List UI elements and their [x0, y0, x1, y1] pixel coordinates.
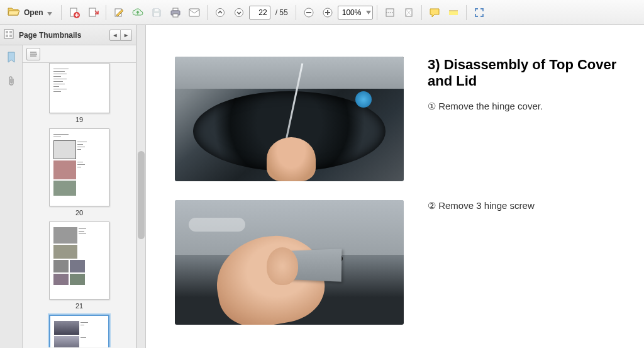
thumb-label: 21: [75, 302, 83, 310]
svg-rect-9: [189, 9, 199, 16]
section-heading: 3) Disassembly of Top Cover and Lid: [428, 57, 631, 89]
svg-rect-16: [449, 11, 458, 15]
open-label: Open: [24, 8, 43, 17]
save-icon[interactable]: [148, 4, 165, 21]
fullscreen-icon[interactable]: [470, 4, 488, 21]
separator: [106, 5, 106, 20]
step-text: ① Remove the hinge cover.: [428, 101, 631, 112]
zoom-out-icon[interactable]: [300, 4, 318, 21]
main-area: Page Thumbnails ◄ ►: [0, 25, 644, 348]
attachment-tab-icon[interactable]: [3, 73, 19, 89]
page-down-icon[interactable]: [230, 4, 248, 21]
zoom-select[interactable]: 100%: [338, 6, 374, 20]
open-button[interactable]: Open: [4, 3, 57, 22]
sidebar-next-icon[interactable]: ►: [121, 30, 132, 41]
separator: [207, 5, 208, 20]
page-number-input[interactable]: [249, 6, 270, 20]
thumbnail-21[interactable]: ▬▬▬▬▬▬▬▬▬▬▬ 21: [31, 222, 127, 310]
highlight-icon[interactable]: [445, 4, 462, 21]
print-icon[interactable]: [167, 4, 184, 21]
svg-rect-18: [6, 31, 8, 33]
figure-hinge-cover-removal: [175, 57, 404, 181]
create-pdf-icon[interactable]: [65, 4, 83, 21]
svg-rect-8: [173, 14, 178, 17]
thumb-label: 20: [75, 209, 83, 216]
zoom-value: 100%: [342, 8, 362, 17]
step-text: ② Remove 3 hinge screw: [428, 200, 631, 211]
svg-rect-2: [89, 8, 96, 16]
email-icon[interactable]: [186, 4, 203, 21]
chevron-down-icon: [47, 7, 53, 18]
sidebar-nav: ◄ ►: [109, 30, 132, 41]
comment-icon[interactable]: [426, 4, 443, 21]
separator: [466, 5, 467, 20]
fit-width-icon[interactable]: [381, 4, 399, 21]
thumbnails-options-icon[interactable]: [26, 48, 40, 60]
thumbnails-area: ▬▬▬▬▬▬▬▬▬▬▬▬▬▬▬▬▬▬▬▬▬▬▬▬▬▬▬▬▬▬▬▬▬▬▬▬▬▬▬▬…: [23, 45, 136, 348]
page-up-icon[interactable]: [211, 4, 229, 21]
edit-icon[interactable]: [110, 4, 128, 21]
zoom-in-icon[interactable]: [319, 4, 336, 21]
fit-page-icon[interactable]: [400, 4, 418, 21]
bookmark-tab-icon[interactable]: [3, 49, 19, 65]
sidebar-scrollbar[interactable]: [136, 25, 146, 348]
svg-rect-20: [6, 35, 8, 37]
chevron-down-icon: [366, 11, 371, 14]
cloud-upload-icon[interactable]: [129, 4, 147, 21]
thumb-label: 19: [75, 116, 83, 123]
svg-point-11: [235, 8, 243, 16]
svg-rect-6: [173, 8, 178, 11]
main-toolbar: Open / 55 100%: [0, 0, 644, 25]
sidebar: Page Thumbnails ◄ ►: [0, 25, 136, 348]
thumbnail-20[interactable]: ▬▬▬▬▬▬▬▬▬▬▬▬ ▬▬▬▬▬▬▬▬▬▬▬▬▬▬ ▬▬▬▬▬▬▬▬▬ 20: [31, 128, 127, 216]
svg-rect-21: [9, 35, 12, 37]
svg-point-10: [216, 8, 224, 16]
separator: [377, 5, 377, 20]
sidebar-title: Page Thumbnails: [19, 31, 104, 40]
thumbnails-scroll[interactable]: ▬▬▬▬▬▬▬▬▬▬▬▬▬▬▬▬▬▬▬▬▬▬▬▬▬▬▬▬▬▬▬▬▬▬▬▬▬▬▬▬…: [23, 63, 136, 347]
sidebar-tabs: [0, 45, 23, 348]
folder-open-icon: [8, 6, 20, 19]
sidebar-prev-icon[interactable]: ◄: [109, 30, 121, 41]
svg-rect-5: [154, 13, 159, 16]
thumbnails-panel-icon: [4, 29, 14, 42]
figure-hinge-screw-removal: [175, 200, 404, 325]
document-viewport[interactable]: 3) Disassembly of Top Cover and Lid ① Re…: [146, 25, 644, 348]
export-pdf-icon[interactable]: [84, 4, 102, 21]
thumbnail-19[interactable]: ▬▬▬▬▬▬▬▬▬▬▬▬▬▬▬▬▬▬▬▬▬▬▬▬▬▬▬▬▬▬▬▬▬▬▬▬▬▬▬▬…: [31, 63, 127, 123]
separator: [421, 5, 422, 20]
separator: [61, 5, 62, 20]
svg-rect-19: [9, 31, 12, 33]
sidebar-header: Page Thumbnails ◄ ►: [0, 25, 136, 45]
thumbnail-22[interactable]: ▬▬▬▬▬▬ ▬▬▬: [31, 315, 127, 347]
svg-rect-4: [155, 9, 158, 11]
separator: [296, 5, 296, 20]
page-total-label: / 55: [275, 8, 288, 17]
